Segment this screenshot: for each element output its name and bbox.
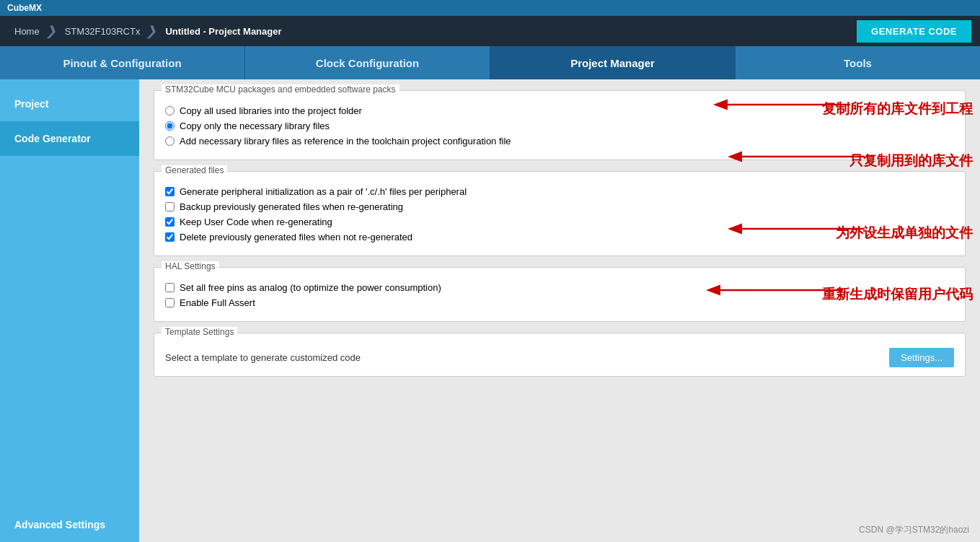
radio-add-reference-label: Add necessary library files as reference… xyxy=(180,136,511,147)
breadcrumb-device[interactable]: STM32F103RCTx xyxy=(59,26,146,37)
mcu-section-title: STM32Cube MCU packages and embedded soft… xyxy=(162,84,399,95)
checkbox-delete-previously-input[interactable] xyxy=(165,232,175,242)
watermark: CSDN @学习STM32的haozi xyxy=(859,524,969,536)
checkbox-delete-previously[interactable]: Delete previously generated files when n… xyxy=(165,232,954,242)
checkbox-full-assert-input[interactable] xyxy=(165,298,175,307)
breadcrumb-sep-2: ❯ xyxy=(145,23,160,39)
tab-bar: Pinout & Configuration Clock Configurati… xyxy=(0,46,980,79)
tab-clock[interactable]: Clock Configuration xyxy=(245,46,490,79)
template-settings-section: Template Settings Select a template to g… xyxy=(154,333,966,377)
generated-files-section: Generated files Generate peripheral init… xyxy=(154,171,966,256)
template-row: Select a template to generate customized… xyxy=(165,348,954,367)
sidebar-item-advanced-settings[interactable]: Advanced Settings xyxy=(0,507,139,542)
tab-project-manager[interactable]: Project Manager xyxy=(490,46,736,79)
checkbox-full-assert-label: Enable Full Assert xyxy=(180,297,255,308)
checkbox-keep-user-code-input[interactable] xyxy=(165,217,175,227)
radio-copy-necessary-label: Copy only the necessary library files xyxy=(180,121,330,131)
radio-copy-necessary-input[interactable] xyxy=(165,121,175,131)
settings-button[interactable]: Settings... xyxy=(889,348,954,367)
breadcrumb-home[interactable]: Home xyxy=(9,26,45,37)
tab-tools[interactable]: Tools xyxy=(736,46,980,79)
radio-copy-all-input[interactable] xyxy=(165,106,175,115)
content-area: STM32Cube MCU packages and embedded soft… xyxy=(139,79,980,542)
tab-pinout[interactable]: Pinout & Configuration xyxy=(0,46,245,79)
checkbox-peripheral-init-input[interactable] xyxy=(165,187,175,196)
checkbox-keep-user-code-label: Keep User Code when re-generating xyxy=(180,217,332,227)
breadcrumb-bar: Home ❯ STM32F103RCTx ❯ Untitled - Projec… xyxy=(0,16,980,46)
radio-add-reference[interactable]: Add necessary library files as reference… xyxy=(165,136,954,147)
hal-checkboxes: Set all free pins as analog (to optimize… xyxy=(165,282,954,308)
radio-copy-necessary[interactable]: Copy only the necessary library files xyxy=(165,121,954,131)
sidebar: Project Code Generator Advanced Settings xyxy=(0,79,139,542)
template-settings-title: Template Settings xyxy=(162,327,237,337)
logo-text: CubeMX xyxy=(7,3,42,13)
checkbox-peripheral-init[interactable]: Generate peripheral initialization as a … xyxy=(165,186,954,197)
checkbox-backup[interactable]: Backup previously generated files when r… xyxy=(165,201,954,212)
sidebar-spacer xyxy=(0,156,139,507)
checkbox-free-pins[interactable]: Set all free pins as analog (to optimize… xyxy=(165,282,954,293)
main-layout: Project Code Generator Advanced Settings… xyxy=(0,79,980,542)
hal-settings-title: HAL Settings xyxy=(162,261,219,271)
logo-bar: CubeMX xyxy=(0,0,980,16)
template-text: Select a template to generate customized… xyxy=(165,352,361,363)
generated-files-checkboxes: Generate peripheral initialization as a … xyxy=(165,186,954,242)
breadcrumb-nav: Home ❯ STM32F103RCTx ❯ Untitled - Projec… xyxy=(9,23,288,39)
checkbox-delete-previously-label: Delete previously generated files when n… xyxy=(180,232,412,242)
checkbox-free-pins-label: Set all free pins as analog (to optimize… xyxy=(180,282,441,293)
breadcrumb-sep-1: ❯ xyxy=(45,23,60,39)
generate-code-button[interactable]: GENERATE CODE xyxy=(857,20,971,43)
hal-settings-section: HAL Settings Set all free pins as analog… xyxy=(154,267,966,322)
mcu-radio-group: Copy all used libraries into the project… xyxy=(165,105,954,147)
checkbox-backup-label: Backup previously generated files when r… xyxy=(180,201,403,212)
mcu-section: STM32Cube MCU packages and embedded soft… xyxy=(154,90,966,160)
checkbox-full-assert[interactable]: Enable Full Assert xyxy=(165,297,954,308)
breadcrumb-project[interactable]: Untitled - Project Manager xyxy=(159,26,287,37)
radio-copy-all[interactable]: Copy all used libraries into the project… xyxy=(165,105,954,116)
checkbox-peripheral-init-label: Generate peripheral initialization as a … xyxy=(180,186,467,197)
checkbox-backup-input[interactable] xyxy=(165,202,175,211)
sidebar-item-project[interactable]: Project xyxy=(0,87,139,121)
radio-copy-all-label: Copy all used libraries into the project… xyxy=(180,105,362,116)
sidebar-item-code-generator[interactable]: Code Generator xyxy=(0,121,139,156)
checkbox-keep-user-code[interactable]: Keep User Code when re-generating xyxy=(165,217,954,227)
radio-add-reference-input[interactable] xyxy=(165,136,175,146)
generated-files-title: Generated files xyxy=(162,165,227,175)
checkbox-free-pins-input[interactable] xyxy=(165,283,175,292)
